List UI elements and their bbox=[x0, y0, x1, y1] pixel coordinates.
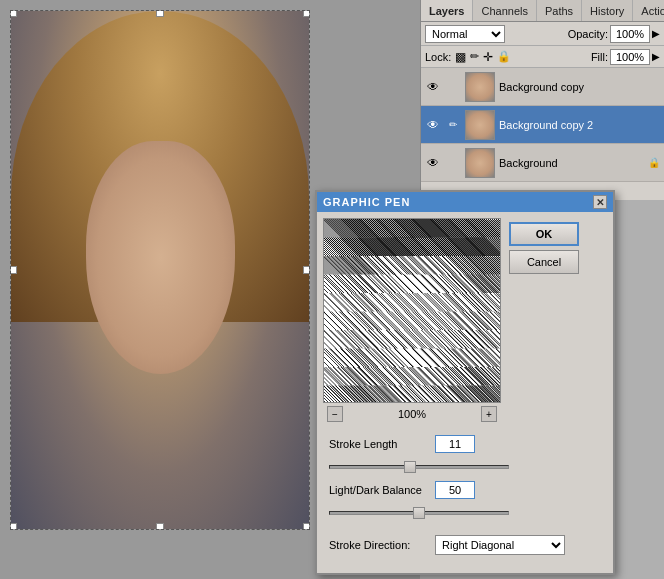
stroke-length-slider[interactable] bbox=[329, 459, 509, 475]
light-dark-balance-label: Light/Dark Balance bbox=[329, 484, 429, 496]
opacity-label: Opacity: bbox=[568, 28, 608, 40]
dialog-body: − 100% + OK Cancel Stroke Length bbox=[317, 212, 613, 565]
layer-lock-icon: 🔒 bbox=[648, 157, 660, 169]
selection-handle-bl bbox=[10, 523, 17, 530]
selection-handle-bc bbox=[156, 523, 164, 530]
cancel-button[interactable]: Cancel bbox=[509, 250, 579, 274]
dialog-buttons: OK Cancel bbox=[509, 218, 579, 425]
light-dark-balance-slider[interactable] bbox=[329, 505, 509, 521]
layer-brush-icon[interactable]: ✏ bbox=[445, 117, 461, 133]
layer-visibility-eye[interactable]: 👁 bbox=[425, 117, 441, 133]
lock-position-icon[interactable]: ✛ bbox=[483, 50, 493, 64]
fill-arrow-icon[interactable]: ▶ bbox=[652, 51, 660, 62]
opacity-area: Opacity: ▶ bbox=[568, 25, 660, 43]
layer-thumbnail bbox=[465, 148, 495, 178]
selection-handle-ml bbox=[10, 266, 17, 274]
lock-all-icon[interactable]: 🔒 bbox=[497, 50, 511, 63]
preview-zoom-label: 100% bbox=[398, 408, 426, 420]
layer-name: Background bbox=[499, 157, 644, 169]
dialog-close-button[interactable]: ✕ bbox=[593, 195, 607, 209]
fill-area: Fill: ▶ bbox=[591, 49, 660, 65]
layer-thumbnail bbox=[465, 72, 495, 102]
photo-frame bbox=[10, 10, 310, 530]
tab-layers[interactable]: Layers bbox=[421, 0, 473, 21]
light-dark-balance-row: Light/Dark Balance bbox=[329, 481, 601, 499]
stroke-direction-select[interactable]: Right Diagonal Left Diagonal Vertical Ho… bbox=[435, 535, 565, 555]
stroke-length-thumb[interactable] bbox=[404, 461, 416, 473]
fill-label: Fill: bbox=[591, 51, 608, 63]
selection-handle-tl bbox=[10, 10, 17, 17]
layers-panel: Layers Channels Paths History Actions No… bbox=[420, 0, 664, 200]
layer-visibility-eye[interactable]: 👁 bbox=[425, 79, 441, 95]
layer-row-background-copy[interactable]: 👁 Background copy bbox=[421, 68, 664, 106]
layer-name: Background copy bbox=[499, 81, 660, 93]
lock-transparent-icon[interactable]: ▩ bbox=[455, 50, 466, 64]
light-dark-balance-thumb[interactable] bbox=[413, 507, 425, 519]
preview-zoom-in-button[interactable]: + bbox=[481, 406, 497, 422]
graphic-pen-dialog: GRAPHIC PEN ✕ − 100% + OK Cancel bbox=[315, 190, 615, 575]
layer-name: Background copy 2 bbox=[499, 119, 660, 131]
light-dark-balance-input[interactable] bbox=[435, 481, 475, 499]
dialog-title: GRAPHIC PEN bbox=[323, 196, 410, 208]
layer-row-background-copy-2[interactable]: 👁 ✏ Background copy 2 bbox=[421, 106, 664, 144]
selection-handle-tr bbox=[303, 10, 310, 17]
blend-mode-select[interactable]: Normal bbox=[425, 25, 505, 43]
layer-brush-icon bbox=[445, 79, 461, 95]
ok-button[interactable]: OK bbox=[509, 222, 579, 246]
lock-pixels-icon[interactable]: ✏ bbox=[470, 50, 479, 63]
lock-label: Lock: bbox=[425, 51, 451, 63]
dialog-controls: Stroke Length Light/Dark Balance bbox=[323, 431, 607, 525]
stroke-direction-label: Stroke Direction: bbox=[329, 539, 429, 551]
tab-channels[interactable]: Channels bbox=[473, 0, 536, 21]
stroke-length-label: Stroke Length bbox=[329, 438, 429, 450]
layer-thumbnail bbox=[465, 110, 495, 140]
fill-input[interactable] bbox=[610, 49, 650, 65]
stroke-length-input[interactable] bbox=[435, 435, 475, 453]
stroke-direction-row: Stroke Direction: Right Diagonal Left Di… bbox=[323, 531, 607, 559]
layer-brush-icon bbox=[445, 155, 461, 171]
dialog-titlebar: GRAPHIC PEN ✕ bbox=[317, 192, 613, 212]
selection-handle-br bbox=[303, 523, 310, 530]
preview-zoom-out-button[interactable]: − bbox=[327, 406, 343, 422]
portrait-face bbox=[86, 141, 235, 374]
stroke-length-track bbox=[329, 465, 509, 469]
layers-list: 👁 Background copy 👁 ✏ Background copy 2 … bbox=[421, 68, 664, 182]
preview-canvas bbox=[324, 219, 501, 403]
selection-handle-mr bbox=[303, 266, 310, 274]
tab-actions[interactable]: Actions bbox=[633, 0, 664, 21]
lock-toolbar: Lock: ▩ ✏ ✛ 🔒 Fill: ▶ bbox=[421, 46, 664, 68]
layers-blend-toolbar: Normal Opacity: ▶ bbox=[421, 22, 664, 46]
selection-handle-tc bbox=[156, 10, 164, 17]
preview-area bbox=[323, 218, 501, 403]
tab-history[interactable]: History bbox=[582, 0, 633, 21]
layers-tabs: Layers Channels Paths History Actions bbox=[421, 0, 664, 22]
layer-visibility-eye[interactable]: 👁 bbox=[425, 155, 441, 171]
opacity-arrow-icon[interactable]: ▶ bbox=[652, 28, 660, 39]
dialog-top-row: − 100% + OK Cancel bbox=[323, 218, 607, 425]
layer-row-background[interactable]: 👁 Background 🔒 bbox=[421, 144, 664, 182]
preview-controls: − 100% + bbox=[323, 403, 501, 425]
stroke-length-row: Stroke Length bbox=[329, 435, 601, 453]
opacity-input[interactable] bbox=[610, 25, 650, 43]
tab-paths[interactable]: Paths bbox=[537, 0, 582, 21]
